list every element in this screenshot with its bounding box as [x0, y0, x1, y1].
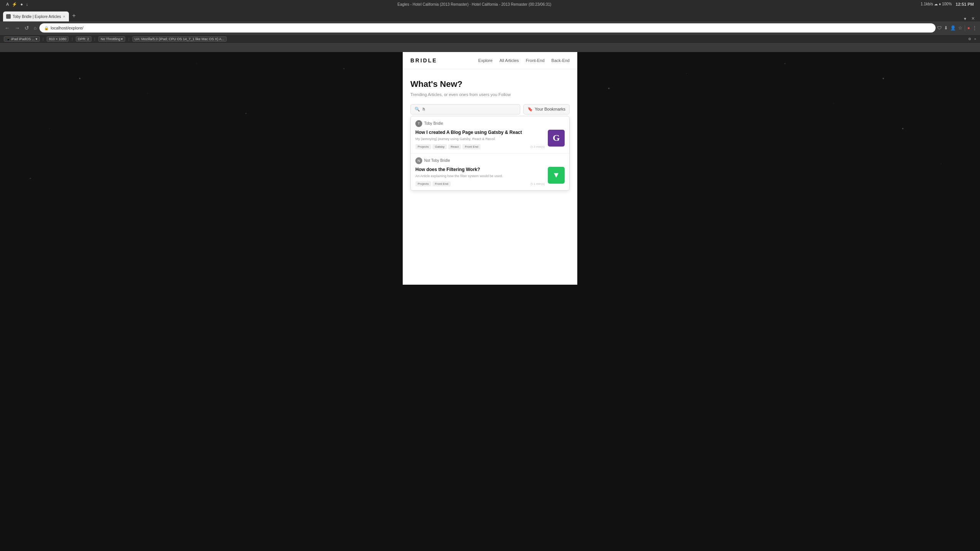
bookmark-button[interactable]: 🔖 Your Bookmarks — [523, 104, 570, 114]
throttle-label: No Throttling — [101, 37, 120, 41]
article-desc-1: My (annoying) journey using Gatsby, Reac… — [415, 137, 545, 142]
star: ✦ — [608, 87, 610, 90]
tag-frontend-2[interactable]: Front End — [433, 181, 451, 186]
address-text: localhost/explore/ — [51, 26, 83, 30]
ua-label: UA: Mozilla/5.0 (iPad; CPU OS 14_7_1 lik… — [135, 37, 224, 41]
avatar-2: N — [415, 157, 422, 164]
nav-bar: ← → ↺ ⌂ 🔒 localhost/explore/ 🛡 ⬇ 👤 ☆ ● ⋮ — [0, 21, 980, 34]
star: + — [245, 112, 247, 115]
avatar-letter-1: T — [418, 122, 420, 126]
article-title-2: How does the Filtering Work? — [415, 167, 545, 173]
dpr-label: DPR: 2 — [78, 37, 89, 41]
nav-links: Explore All Articles Front-End Back-End — [478, 58, 570, 63]
update-icon[interactable]: ● — [967, 25, 970, 31]
article-thumbnail-1: G — [548, 130, 565, 147]
size-label: 810 × 1080 — [49, 37, 66, 41]
tag-react-1[interactable]: React — [448, 144, 461, 149]
os-title: Eagles - Hotel California (2013 Remaster… — [397, 2, 551, 7]
nav-link-all-articles[interactable]: All Articles — [500, 58, 519, 63]
article-inner-2: How does the Filtering Work? An Article … — [415, 167, 565, 186]
devtools-close-icon[interactable]: × — [974, 37, 976, 41]
tab-close-button[interactable]: × — [63, 15, 65, 19]
forward-button[interactable]: → — [13, 24, 21, 32]
tag-projects-2[interactable]: Projects — [415, 181, 431, 186]
profile-icon[interactable]: 👤 — [950, 25, 956, 31]
article-text-2: How does the Filtering Work? An Article … — [415, 167, 545, 186]
throttle-chevron: ▾ — [121, 37, 123, 41]
os-icon-bolt: ⚡ — [12, 2, 17, 7]
author-row-1: T Toby Bridle — [415, 120, 565, 127]
article-card-1[interactable]: T Toby Bridle How I created A Blog Page … — [411, 116, 569, 153]
search-box[interactable]: 🔍 h — [410, 104, 520, 114]
star: + — [784, 62, 786, 65]
divider2: | — [72, 37, 72, 41]
article-thumbnail-2: ▼ — [548, 167, 565, 184]
tab-row: Toby Bridle | Explore Articles × + ▾ × — [0, 8, 980, 21]
website-card: BRIDLE Explore All Articles Front-End Ba… — [403, 52, 577, 285]
device-icon: 📱 — [6, 37, 10, 41]
tag-frontend-1[interactable]: Front End — [462, 144, 480, 149]
search-icon: 🔍 — [415, 107, 420, 112]
divider3: | — [95, 37, 95, 41]
tag-gatsby-1[interactable]: Gatsby — [433, 144, 447, 149]
extensions-icon[interactable]: 🛡 — [937, 25, 942, 31]
tag-projects-1[interactable]: Projects — [415, 144, 431, 149]
os-right: 1.1kb/s ☁ ♦ 100% 12:51 PM — [921, 2, 974, 7]
tags-row-1: Projects Gatsby React Front End ◷ 2 min(… — [415, 144, 545, 149]
star: · — [833, 102, 834, 105]
star: · — [196, 62, 197, 65]
dpr-selector[interactable]: DPR: 2 — [76, 36, 91, 42]
back-button[interactable]: ← — [3, 24, 11, 32]
star: ✦ — [902, 127, 904, 130]
search-value: h — [423, 107, 425, 111]
main-content-area: ✦ · + ✦ · + ✦ · + ✦ · + · ✦ + · — [0, 52, 980, 551]
os-icon-a: A — [6, 2, 9, 7]
os-status: 1.1kb/s ☁ ♦ 100% — [921, 2, 952, 7]
avatar-letter-2: N — [418, 159, 420, 163]
article-card-2[interactable]: N Not Toby Bridle How does the Filtering… — [411, 153, 569, 190]
site-content: What's New? Trending Articles, or even o… — [403, 69, 577, 202]
tab-overflow-button[interactable]: ▾ — [962, 16, 969, 21]
nav-link-explore[interactable]: Explore — [478, 58, 492, 63]
os-left: A ⚡ ● ↓ — [6, 2, 28, 7]
reload-button[interactable]: ↺ — [23, 24, 31, 32]
browser-toolbar-right: 🛡 ⬇ 👤 ☆ ● ⋮ — [937, 25, 977, 31]
menu-button[interactable]: ⋮ — [972, 25, 977, 31]
search-row: 🔍 h 🔖 Your Bookmarks — [410, 104, 570, 114]
tab-label: Toby Bridle | Explore Articles — [13, 15, 61, 19]
devtools-settings-icon[interactable]: ⚙ — [968, 37, 971, 41]
star: ✦ — [78, 77, 81, 80]
device-toolbar: 📱 iPad iPadOS ... ▾ | 810 × 1080 | DPR: … — [0, 34, 980, 44]
ua-selector[interactable]: UA: Mozilla/5.0 (iPad; CPU OS 14_7_1 lik… — [132, 36, 227, 42]
star: · — [147, 92, 148, 95]
thumbnail-letter-1: G — [553, 133, 560, 143]
nav-link-backend[interactable]: Back-End — [551, 58, 570, 63]
time-value-1: 2 min(s) — [534, 145, 545, 148]
site-nav: BRIDLE Explore All Articles Front-End Ba… — [403, 52, 577, 69]
home-button[interactable]: ⌂ — [32, 24, 38, 31]
author-name-1: Toby Bridle — [424, 121, 443, 126]
tab-favicon — [6, 14, 11, 19]
device-selector[interactable]: 📱 iPad iPadOS ... ▾ — [4, 36, 40, 42]
full-page: A ⚡ ● ↓ Eagles - Hotel California (2013 … — [0, 0, 980, 551]
new-tab-button[interactable]: + — [70, 12, 78, 19]
browser-window: Toby Bridle | Explore Articles × + ▾ × ←… — [0, 8, 980, 551]
bookmark-icon: 🔖 — [528, 107, 533, 112]
download-icon[interactable]: ⬇ — [944, 25, 948, 31]
star-icon[interactable]: ☆ — [958, 25, 962, 31]
article-title-1: How I created A Blog Page using Gatsby &… — [415, 130, 545, 136]
avatar-1: T — [415, 120, 422, 127]
throttle-selector[interactable]: No Throttling ▾ — [98, 36, 125, 42]
author-name-2: Not Toby Bridle — [424, 158, 450, 163]
thumbnail-icon-2: ▼ — [552, 171, 560, 179]
bookmark-label: Your Bookmarks — [535, 107, 565, 111]
search-area: 🔍 h 🔖 Your Bookmarks — [410, 104, 570, 191]
site-logo: BRIDLE — [410, 57, 437, 64]
nav-link-frontend[interactable]: Front-End — [526, 58, 544, 63]
close-window-button[interactable]: × — [969, 15, 977, 21]
time-value-2: 1 min(s) — [534, 182, 545, 186]
viewport-size[interactable]: 810 × 1080 — [47, 36, 69, 42]
browser-tab[interactable]: Toby Bridle | Explore Articles × — [3, 11, 69, 21]
address-bar[interactable]: 🔒 localhost/explore/ — [39, 23, 936, 33]
clock-icon-2: ◷ — [530, 182, 533, 186]
